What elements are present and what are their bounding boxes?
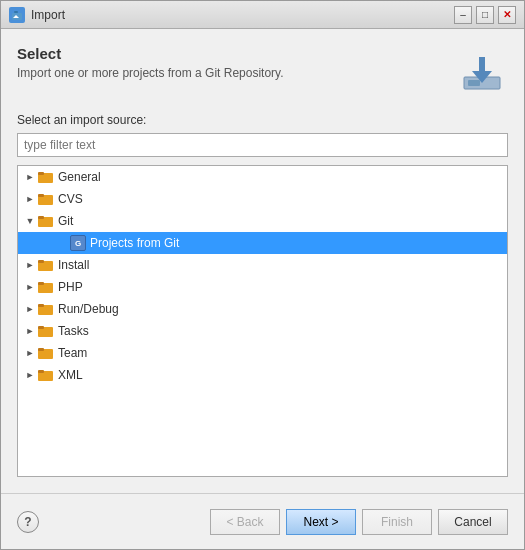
svg-rect-14 (38, 260, 44, 263)
footer-buttons: < Back Next > Finish Cancel (210, 509, 508, 535)
svg-rect-12 (38, 216, 44, 219)
tree-label-install: Install (58, 258, 89, 272)
expander-install[interactable]: ► (22, 257, 38, 273)
tree-item-cvs[interactable]: ► CVS (18, 188, 507, 210)
tree-label-team: Team (58, 346, 87, 360)
dialog-content: Select Import one or more projects from … (1, 29, 524, 493)
source-label: Select an import source: (17, 113, 508, 127)
window-title: Import (31, 8, 454, 22)
page-title: Select (17, 45, 284, 62)
folder-icon-general (38, 170, 54, 184)
next-button[interactable]: Next > (286, 509, 356, 535)
svg-rect-18 (38, 304, 44, 307)
expander-xml[interactable]: ► (22, 367, 38, 383)
footer-left: ? (17, 511, 210, 533)
folder-icon-cvs (38, 192, 54, 206)
tree-item-tasks[interactable]: ► Tasks (18, 320, 507, 342)
tree-item-general[interactable]: ► General (18, 166, 507, 188)
folder-icon-team (38, 346, 54, 360)
svg-rect-8 (38, 172, 44, 175)
tree-label-tasks: Tasks (58, 324, 89, 338)
expander-projects-from-git (54, 235, 70, 251)
svg-rect-10 (38, 194, 44, 197)
tree-item-php[interactable]: ► PHP (18, 276, 507, 298)
svg-rect-22 (38, 348, 44, 351)
expander-rundebug[interactable]: ► (22, 301, 38, 317)
tree-label-general: General (58, 170, 101, 184)
expander-general[interactable]: ► (22, 169, 38, 185)
maximize-button[interactable]: □ (476, 6, 494, 24)
folder-icon-xml (38, 368, 54, 382)
svg-rect-20 (38, 326, 44, 329)
minimize-button[interactable]: – (454, 6, 472, 24)
import-icon (456, 45, 508, 97)
folder-icon-rundebug (38, 302, 54, 316)
svg-rect-16 (38, 282, 44, 285)
help-button[interactable]: ? (17, 511, 39, 533)
tree-item-xml[interactable]: ► XML (18, 364, 507, 386)
close-button[interactable]: ✕ (498, 6, 516, 24)
folder-icon-install (38, 258, 54, 272)
svg-rect-1 (14, 11, 18, 13)
folder-icon-php (38, 280, 54, 294)
header-section: Select Import one or more projects from … (17, 45, 508, 97)
tree-label-projects-from-git: Projects from Git (90, 236, 179, 250)
tree-item-rundebug[interactable]: ► Run/Debug (18, 298, 507, 320)
tree-item-git[interactable]: ▼ Git (18, 210, 507, 232)
tree-label-php: PHP (58, 280, 83, 294)
svg-rect-24 (38, 370, 44, 373)
page-description: Import one or more projects from a Git R… (17, 66, 284, 80)
tree-label-xml: XML (58, 368, 83, 382)
cancel-button[interactable]: Cancel (438, 509, 508, 535)
expander-php[interactable]: ► (22, 279, 38, 295)
tree-item-install[interactable]: ► Install (18, 254, 507, 276)
expander-git[interactable]: ▼ (22, 213, 38, 229)
tree-label-cvs: CVS (58, 192, 83, 206)
expander-team[interactable]: ► (22, 345, 38, 361)
import-window: Import – □ ✕ Select Import one or more p… (0, 0, 525, 550)
back-button[interactable]: < Back (210, 509, 280, 535)
finish-button[interactable]: Finish (362, 509, 432, 535)
folder-icon-git (38, 214, 54, 228)
tree-item-team[interactable]: ► Team (18, 342, 507, 364)
expander-cvs[interactable]: ► (22, 191, 38, 207)
dialog-footer: ? < Back Next > Finish Cancel (1, 493, 524, 549)
folder-icon-tasks (38, 324, 54, 338)
title-bar: Import – □ ✕ (1, 1, 524, 29)
tree-container: ► General ► CVS (17, 165, 508, 477)
tree-label-git: Git (58, 214, 73, 228)
svg-rect-6 (468, 80, 480, 86)
git-sub-icon: G (70, 235, 86, 251)
tree-label-rundebug: Run/Debug (58, 302, 119, 316)
window-controls: – □ ✕ (454, 6, 516, 24)
window-icon (9, 7, 25, 23)
svg-rect-4 (479, 57, 485, 73)
expander-tasks[interactable]: ► (22, 323, 38, 339)
header-text: Select Import one or more projects from … (17, 45, 284, 80)
filter-input[interactable] (17, 133, 508, 157)
tree-item-projects-from-git[interactable]: G Projects from Git (18, 232, 507, 254)
